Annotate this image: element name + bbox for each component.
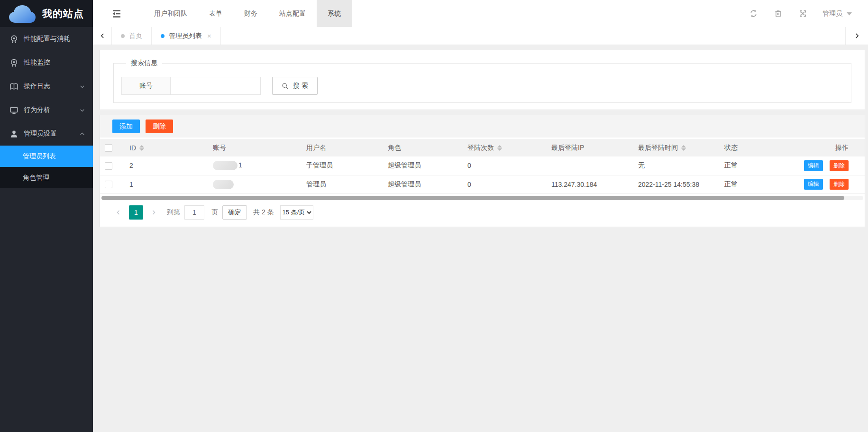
edit-row-button[interactable]: 编辑 <box>804 160 823 171</box>
cell-login-count: 0 <box>463 175 547 193</box>
sidebar: 我的站点 性能配置与消耗 性能监控 操作日志 行为分析 管理员设置 <box>0 0 93 432</box>
table-row: 1 管理员 超级管理员 0 113.247.30.184 2022-11-25 … <box>100 175 865 193</box>
cell-status: 正常 <box>720 156 787 175</box>
admin-table: ID 账号 用户名 角色 登陆次数 最后登陆IP 最后登陆时间 状态 操作 2 … <box>100 139 865 194</box>
tabs-scroll-left-button[interactable] <box>93 27 112 45</box>
cell-last-time: 2022-11-25 14:55:38 <box>633 175 720 193</box>
account-input-group: 账号 <box>121 77 261 95</box>
tab-close-icon[interactable]: × <box>207 32 211 40</box>
account-input[interactable] <box>171 77 261 95</box>
site-title: 我的站点 <box>42 7 84 20</box>
column-header-role: 角色 <box>383 139 463 156</box>
column-header-actions: 操作 <box>787 139 865 156</box>
next-page-button[interactable] <box>147 205 160 220</box>
cell-id: 2 <box>125 156 208 175</box>
sort-id-icon[interactable] <box>139 145 144 151</box>
search-row: 账号 搜 索 <box>121 77 843 95</box>
tabbar-spacer <box>221 27 845 45</box>
sidebar-item-label: 性能配置与消耗 <box>24 35 70 43</box>
book-icon <box>9 82 18 91</box>
sidebar-item-performance-config[interactable]: 性能配置与消耗 <box>0 27 93 51</box>
column-header-last-ip: 最后登陆IP <box>547 139 633 156</box>
nav-item-label: 站点配置 <box>279 9 306 18</box>
row-checkbox[interactable] <box>105 162 112 170</box>
tab-home[interactable]: 首页 <box>111 27 152 45</box>
topbar: 用户和团队 表单 财务 站点配置 系统 管理员 <box>93 0 868 27</box>
nav-item-users-teams[interactable]: 用户和团队 <box>143 0 198 27</box>
delete-button[interactable]: 删除 <box>146 119 173 133</box>
redacted-account <box>213 180 234 189</box>
search-button[interactable]: 搜 索 <box>272 77 318 95</box>
submenu-item-label: 管理员列表 <box>23 152 56 161</box>
tab-bar: 首页 管理员列表 × <box>93 27 868 45</box>
cell-username: 子管理员 <box>302 156 383 175</box>
tab-dot-active <box>161 34 164 38</box>
refresh-button[interactable] <box>741 9 766 18</box>
sidebar-item-label: 管理员设置 <box>24 129 57 138</box>
tab-admin-list[interactable]: 管理员列表 × <box>151 27 221 45</box>
sort-login-count-icon[interactable] <box>497 145 502 151</box>
nav-item-system[interactable]: 系统 <box>317 0 352 27</box>
submenu-item-role-management[interactable]: 角色管理 <box>0 167 93 188</box>
row-checkbox[interactable] <box>105 181 112 188</box>
page-number-active[interactable]: 1 <box>129 205 143 220</box>
clear-cache-button[interactable] <box>766 9 790 18</box>
sidebar-item-operation-log[interactable]: 操作日志 <box>0 74 93 98</box>
tabs-scroll-right-button[interactable] <box>845 27 868 45</box>
search-panel: 搜索信息 账号 搜 索 <box>100 50 865 110</box>
monitor-icon <box>9 106 18 115</box>
cell-last-ip: 113.247.30.184 <box>547 175 633 193</box>
redacted-account <box>213 161 238 170</box>
broadcast-icon <box>9 35 18 44</box>
admin-settings-submenu: 管理员列表 角色管理 <box>0 146 93 188</box>
chevron-up-icon <box>79 131 85 137</box>
main-content: 搜索信息 账号 搜 索 添加 删除 <box>93 45 868 432</box>
total-count-label: 共 2 条 <box>253 208 274 217</box>
horizontal-scrollbar-thumb[interactable] <box>101 196 844 200</box>
sidebar-item-performance-monitor[interactable]: 性能监控 <box>0 51 93 74</box>
goto-confirm-button[interactable]: 确定 <box>222 205 247 220</box>
fullscreen-button[interactable] <box>790 9 815 18</box>
column-header-id: ID <box>129 144 136 152</box>
nav-item-site-config[interactable]: 站点配置 <box>268 0 317 27</box>
prev-page-button[interactable] <box>112 205 125 220</box>
nav-item-label: 用户和团队 <box>154 9 187 18</box>
submenu-item-admin-list[interactable]: 管理员列表 <box>0 146 93 167</box>
chevron-right-icon <box>151 210 156 215</box>
sidebar-item-behavior-analysis[interactable]: 行为分析 <box>0 98 93 122</box>
cell-status: 正常 <box>720 175 787 193</box>
collapse-sidebar-icon[interactable] <box>111 8 122 19</box>
sidebar-item-admin-settings[interactable]: 管理员设置 <box>0 122 93 146</box>
page-size-select[interactable]: 15 条/页 <box>280 205 313 220</box>
search-icon <box>282 83 289 90</box>
broadcast-icon <box>9 58 18 67</box>
tab-label: 首页 <box>129 32 142 40</box>
sort-last-time-icon[interactable] <box>681 145 686 151</box>
goto-page-suffix: 页 <box>211 208 218 217</box>
chevron-down-icon <box>79 83 85 90</box>
nav-item-forms[interactable]: 表单 <box>198 0 233 27</box>
tab-label: 管理员列表 <box>169 32 202 40</box>
table-header-row: ID 账号 用户名 角色 登陆次数 最后登陆IP 最后登陆时间 状态 操作 <box>100 139 865 156</box>
search-button-label: 搜 索 <box>293 82 308 90</box>
add-button[interactable]: 添加 <box>112 119 140 133</box>
nav-item-label: 系统 <box>328 9 341 18</box>
cell-account: 1 <box>208 156 302 175</box>
column-header-last-time: 最后登陆时间 <box>638 144 678 152</box>
table-row: 2 1 子管理员 超级管理员 0 无 正常 编辑 删除 <box>100 156 865 175</box>
refresh-icon <box>749 9 758 18</box>
delete-row-button[interactable]: 删除 <box>830 160 849 171</box>
select-all-checkbox[interactable] <box>105 144 112 152</box>
edit-row-button[interactable]: 编辑 <box>804 179 823 190</box>
cell-username: 管理员 <box>302 175 383 193</box>
search-legend: 搜索信息 <box>126 59 162 67</box>
goto-page-input[interactable] <box>184 205 204 220</box>
column-header-username: 用户名 <box>302 139 383 156</box>
cell-login-count: 0 <box>463 156 547 175</box>
user-menu[interactable]: 管理员 <box>815 9 859 18</box>
admin-table-panel: 添加 删除 ID 账号 用户名 角色 登陆次数 最后登陆IP 最后登陆时间 <box>100 115 865 227</box>
chevron-left-icon <box>116 210 121 215</box>
caret-down-icon <box>847 12 852 16</box>
nav-item-finance[interactable]: 财务 <box>233 0 268 27</box>
delete-row-button[interactable]: 删除 <box>830 179 849 190</box>
